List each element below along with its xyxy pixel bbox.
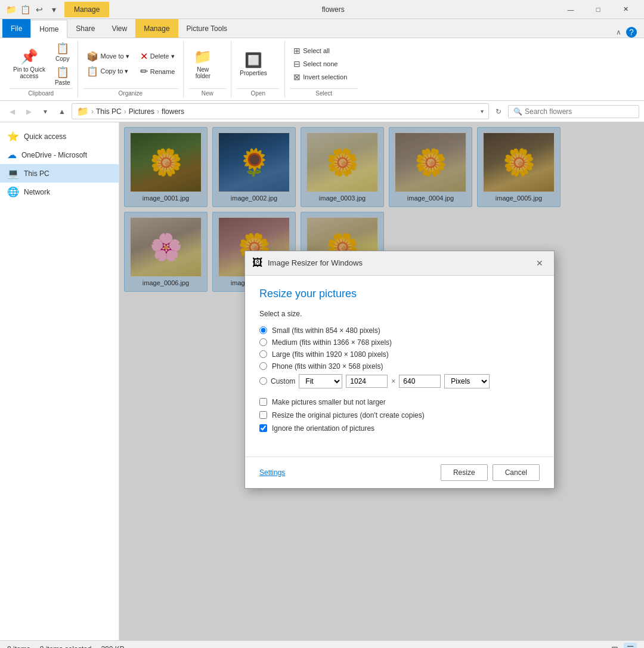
ribbon-collapse-btn[interactable]: ∧ (616, 28, 621, 36)
paste-btn[interactable]: 📋 Paste (52, 64, 73, 87)
rename-icon: ✏ (140, 66, 148, 77)
copy-to-btn[interactable]: 📋 Copy to ▾ (83, 64, 133, 78)
help-btn[interactable]: ? (626, 27, 637, 38)
search-icon: 🔍 (513, 107, 522, 116)
recent-btn[interactable]: ▾ (38, 104, 52, 119)
checkbox-smaller-input[interactable] (259, 398, 267, 406)
dialog-app-icon: 🖼 (252, 257, 263, 269)
times-symbol: × (391, 377, 395, 385)
list-view-btn[interactable]: ☰ (624, 643, 637, 649)
move-icon: 📦 (86, 51, 98, 62)
dialog-footer: Settings Resize Cancel (245, 456, 554, 488)
copy-icon: 📋 (56, 42, 69, 55)
rename-btn[interactable]: ✏ Rename (137, 64, 179, 78)
custom-fit-select[interactable]: Fit Fill Stretch (299, 374, 342, 388)
radio-phone-input[interactable] (259, 362, 267, 370)
sidebar-item-network[interactable]: 🌐 Network (0, 183, 119, 201)
organize-label: Organize (83, 88, 179, 98)
radio-large-input[interactable] (259, 350, 267, 358)
address-path[interactable]: 📁 › This PC › Pictures › flowers ▾ (72, 103, 489, 119)
window-title: flowers (109, 5, 557, 14)
clipboard-group-content: 📌 Pin to Quickaccess 📋 Copy 📋 Paste (10, 41, 73, 87)
minimize-btn[interactable]: — (557, 0, 584, 19)
sidebar-item-this-pc[interactable]: 💻 This PC (0, 164, 119, 183)
new-group-content: 📁 Newfolder (188, 41, 226, 87)
checkbox-orientation-label: Ignore the orientation of pictures (272, 424, 374, 433)
settings-link[interactable]: Settings (259, 468, 285, 477)
sidebar: ⭐ Quick access ☁ OneDrive - Microsoft 💻 … (0, 122, 119, 640)
title-bar: 📁 📋 ↩ ▾ Manage flowers — □ ✕ (0, 0, 644, 19)
status-bar: 8 items 8 items selected 300 KB ⊞ ☰ (0, 640, 644, 648)
maximize-btn[interactable]: □ (584, 0, 612, 19)
copy-btn[interactable]: 📋 Copy (52, 41, 73, 63)
open-label: Open (236, 88, 280, 98)
select-all-icon: ⊞ (293, 46, 301, 55)
copy-to-icon: 📋 (86, 66, 98, 77)
cancel-btn[interactable]: Cancel (493, 464, 540, 481)
forward-btn[interactable]: ▶ (21, 104, 36, 119)
tile-view-btn[interactable]: ⊞ (608, 643, 621, 649)
tab-manage[interactable]: Manage (135, 19, 178, 38)
new-group: 📁 Newfolder New (184, 41, 231, 98)
select-buttons: ⊞ Select all ⊟ Select none ⊠ Invert sele… (290, 45, 351, 83)
undo-icon: ↩ (33, 4, 45, 16)
pin-to-quick-access-btn[interactable]: 📌 Pin to Quickaccess (10, 46, 49, 82)
custom-width-input[interactable] (346, 375, 388, 388)
tab-home[interactable]: Home (30, 20, 67, 38)
tab-view[interactable]: View (103, 19, 135, 38)
this-pc-icon: 💻 (7, 168, 19, 179)
new-folder-btn[interactable]: 📁 Newfolder (188, 46, 217, 82)
modal-overlay: 🖼 Image Resizer for Windows ✕ Resize you… (119, 122, 644, 640)
path-folder-icon: 📁 (77, 106, 89, 117)
selected-count: 8 items selected (40, 645, 92, 649)
invert-selection-btn[interactable]: ⊠ Invert selection (290, 71, 351, 83)
custom-unit-select[interactable]: Pixels Percent (444, 374, 490, 388)
title-bar-icons: 📁 📋 ↩ ▾ (5, 4, 60, 16)
path-dropdown-icon: ▾ (481, 108, 484, 115)
dialog-body: Resize your pictures Select a size. Smal… (245, 276, 554, 456)
select-all-btn[interactable]: ⊞ Select all (290, 45, 351, 57)
select-label: Select (290, 88, 358, 98)
back-btn[interactable]: ◀ (5, 104, 19, 119)
paste-icon: 📋 (56, 66, 69, 79)
sidebar-label-quick-access: Quick access (24, 132, 66, 141)
tab-file[interactable]: File (2, 19, 30, 38)
checkbox-orientation-input[interactable] (259, 424, 267, 432)
open-group: 🔲 Properties Open (231, 41, 285, 98)
properties-btn[interactable]: 🔲 Properties (236, 50, 271, 79)
radio-medium-input[interactable] (259, 338, 267, 346)
search-input[interactable] (525, 107, 634, 116)
delete-btn[interactable]: ✕ Delete ▾ (137, 50, 179, 63)
move-to-btn[interactable]: 📦 Move to ▾ (83, 50, 133, 63)
paste-label: Paste (55, 79, 70, 86)
tab-picture-tools[interactable]: Picture Tools (178, 19, 236, 38)
delete-label: Delete ▾ (150, 53, 175, 60)
dialog-close-btn[interactable]: ✕ (532, 256, 547, 270)
checkbox-original-input[interactable] (259, 411, 267, 419)
resize-btn[interactable]: Resize (441, 464, 488, 481)
dialog-subtitle: Select a size. (259, 310, 540, 318)
path-flowers: flowers (162, 107, 184, 116)
close-btn[interactable]: ✕ (612, 0, 639, 19)
up-btn[interactable]: ▲ (55, 104, 69, 119)
search-box[interactable]: 🔍 (508, 105, 639, 118)
radio-custom-input[interactable] (259, 377, 267, 385)
checkbox-smaller: Make pictures smaller but not larger (259, 398, 540, 406)
custom-height-input[interactable] (399, 375, 441, 388)
new-label: New (188, 88, 226, 98)
refresh-btn[interactable]: ↻ (491, 104, 506, 119)
sidebar-item-onedrive[interactable]: ☁ OneDrive - Microsoft (0, 146, 119, 164)
items-count: 8 items (7, 645, 30, 649)
radio-medium: Medium (fits within 1366 × 768 pixels) (259, 338, 540, 347)
sidebar-item-quick-access[interactable]: ⭐ Quick access (0, 127, 119, 146)
quick-access-icon: ⭐ (7, 131, 19, 142)
tab-share[interactable]: Share (67, 19, 103, 38)
radio-small-input[interactable] (259, 326, 267, 334)
organize-col: 📦 Move to ▾ 📋 Copy to ▾ (83, 50, 133, 78)
view-toggle: ⊞ ☰ (608, 643, 637, 649)
delete-icon: ✕ (140, 51, 148, 62)
select-none-btn[interactable]: ⊟ Select none (290, 58, 351, 70)
image-resizer-dialog: 🖼 Image Resizer for Windows ✕ Resize you… (244, 251, 555, 489)
open-group-content: 🔲 Properties (236, 41, 280, 87)
rename-label: Rename (150, 68, 175, 75)
